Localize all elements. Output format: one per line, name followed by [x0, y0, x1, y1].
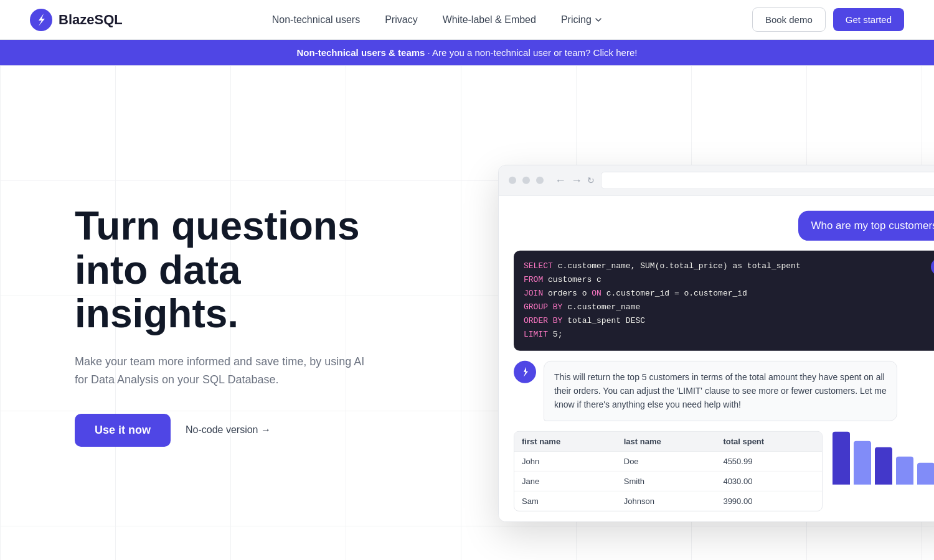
logo-text: BlazeSQL [59, 12, 123, 28]
cell-lastname-1: Doe [616, 451, 716, 471]
sql-line-1: SELECT c.customer_name, SUM(o.total_pric… [524, 259, 934, 273]
hero-heading: Turn questions into data insights. [75, 204, 374, 335]
nav-non-technical[interactable]: Non-technical users [272, 14, 360, 26]
browser-refresh-icon[interactable]: ↻ [587, 175, 595, 185]
sql-line-2: FROM customers c [524, 273, 934, 287]
hero-subtext: Make your team more informed and save ti… [75, 353, 374, 389]
sql-line-3: JOIN orders o ON c.customer_id = o.custo… [524, 287, 934, 301]
results-row: first name last name total spent John Do… [514, 431, 934, 511]
bar-1 [833, 432, 850, 485]
flame-icon [519, 365, 531, 378]
ai-response: This will return the top 5 customers in … [514, 360, 934, 421]
announcement-banner[interactable]: Non-technical users & teams · Are you a … [0, 40, 934, 65]
bar-2 [854, 441, 871, 485]
no-code-version-link[interactable]: No-code version → [186, 424, 271, 436]
hero-right: ← → ↻ Who are my top customers? ▶ SELECT… [498, 165, 934, 522]
col-header-totalspent: total spent [715, 432, 822, 452]
bar-5 [917, 463, 934, 485]
browser-toolbar: ← → ↻ [499, 166, 934, 196]
browser-back-icon[interactable]: ← [555, 174, 566, 187]
browser-btn-yellow [522, 177, 530, 184]
col-header-firstname: first name [514, 432, 616, 452]
nav-white-label[interactable]: White-label & Embed [443, 14, 536, 26]
table-row: John Doe 4550.99 [514, 451, 822, 471]
cell-spent-1: 4550.99 [715, 451, 822, 471]
col-header-lastname: last name [616, 432, 716, 452]
sql-line-4: GROUP BY c.customer_name [524, 301, 934, 314]
sql-code-block: ▶ SELECT c.customer_name, SUM(o.total_pr… [514, 251, 934, 351]
main-nav: Non-technical users Privacy White-label … [272, 14, 603, 26]
browser-btn-red [509, 177, 516, 184]
cell-lastname-3: Johnson [616, 491, 716, 511]
book-demo-button[interactable]: Book demo [752, 7, 826, 32]
nav-pricing[interactable]: Pricing [561, 14, 603, 26]
cell-lastname-2: Smith [616, 471, 716, 491]
nav-privacy[interactable]: Privacy [385, 14, 417, 26]
cell-firstname-2: Jane [514, 471, 616, 491]
user-message: Who are my top customers? [798, 211, 934, 241]
sql-line-5: ORDER BY total_spent DESC [524, 314, 934, 328]
bar-3 [875, 447, 892, 485]
browser-address-bar[interactable] [601, 172, 934, 189]
get-started-button[interactable]: Get started [833, 8, 904, 31]
hero-section: Turn questions into data insights. Make … [0, 65, 934, 560]
blazesql-logo-icon [30, 9, 52, 31]
browser-btn-green [536, 177, 544, 184]
chevron-down-icon [594, 16, 603, 24]
navbar-actions: Book demo Get started [752, 7, 904, 32]
chat-area: Who are my top customers? ▶ SELECT c.cus… [499, 196, 934, 521]
hero-ctas: Use it now No-code version → [75, 414, 374, 447]
cell-firstname-1: John [514, 451, 616, 471]
use-it-now-button[interactable]: Use it now [75, 414, 171, 447]
announcement-highlight: Non-technical users & teams [297, 47, 425, 58]
bar-4 [896, 457, 913, 485]
table-row: Jane Smith 4030.00 [514, 471, 822, 491]
ai-bubble: This will return the top 5 customers in … [544, 360, 897, 421]
results-table: first name last name total spent John Do… [514, 431, 823, 511]
hero-left: Turn questions into data insights. Make … [0, 154, 374, 497]
cell-firstname-3: Sam [514, 491, 616, 511]
browser-mockup: ← → ↻ Who are my top customers? ▶ SELECT… [498, 165, 934, 522]
table-row: Sam Johnson 3990.00 [514, 491, 822, 511]
ai-avatar [514, 360, 536, 383]
bar-chart [833, 431, 934, 487]
browser-forward-icon[interactable]: → [571, 174, 582, 187]
sql-line-6: LIMIT 5; [524, 328, 934, 342]
navbar: BlazeSQL Non-technical users Privacy Whi… [0, 0, 934, 40]
cell-spent-2: 4030.00 [715, 471, 822, 491]
logo[interactable]: BlazeSQL [30, 9, 123, 31]
browser-nav: ← → ↻ [555, 174, 595, 187]
announcement-text: · Are you a non-technical user or team? … [428, 47, 638, 58]
cell-spent-3: 3990.00 [715, 491, 822, 511]
